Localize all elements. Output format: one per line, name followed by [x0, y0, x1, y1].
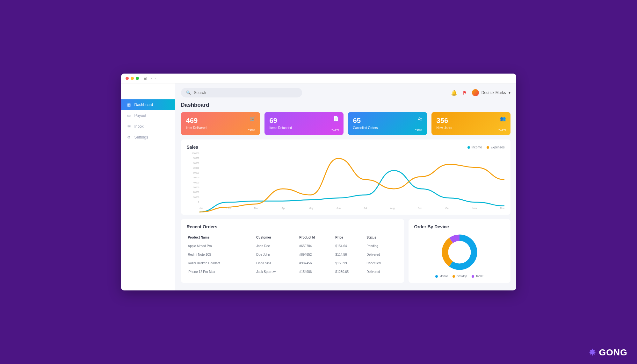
card-value: 69	[270, 117, 338, 125]
th-status: Status	[365, 233, 398, 242]
table-row[interactable]: Razer Kraken Headset Linda Sins #987456 …	[187, 259, 398, 268]
sales-legend: Income Expenses	[467, 146, 505, 149]
app-body: ▦ Dashboard ▭ Payout ✉ Inbox ⚙ Settings …	[121, 83, 516, 290]
sales-chart: 1000009000080000700006000050000400003000…	[187, 152, 505, 210]
card-value: 65	[353, 117, 422, 125]
td-price: $114.56	[334, 250, 365, 259]
sidebar-label: Inbox	[134, 124, 144, 129]
card-label: Item Delivered	[186, 126, 255, 130]
card-delta: +15%	[248, 128, 255, 131]
card-delta: +15%	[415, 128, 422, 131]
search-icon: 🔍	[186, 90, 191, 95]
user-menu[interactable]: Dedrick Marks ▾	[472, 89, 510, 96]
th-product: Product Name	[187, 233, 255, 242]
mail-icon: ✉	[127, 124, 131, 129]
gear-icon: ⚙	[127, 135, 131, 139]
orders-table: Product Name Customer Product Id Price S…	[187, 233, 398, 276]
card-items-refunded[interactable]: 📄 69 Items Refunded +15%	[264, 112, 344, 135]
flag-icon[interactable]: ⚑	[462, 90, 467, 96]
td-customer: Jack Sparrow	[255, 268, 298, 276]
bag-icon: 🛍	[418, 116, 423, 121]
sidebar-item-settings[interactable]: ⚙ Settings	[121, 132, 175, 143]
burst-icon	[588, 348, 597, 357]
th-price: Price	[334, 233, 365, 242]
legend-desktop: Desktop	[452, 275, 467, 278]
td-product: Redmi Note 10S	[187, 250, 255, 259]
td-price: $1250.65	[334, 268, 365, 276]
sales-title: Sales	[187, 145, 199, 150]
topbar-actions: 🔔 ⚑ Dedrick Marks ▾	[451, 89, 510, 96]
nav-arrows: ‹ ›	[151, 76, 156, 81]
table-row[interactable]: Apple Airpod Pro John Doe #659784 $154.6…	[187, 242, 398, 250]
card-value: 469	[186, 117, 255, 125]
window-controls	[126, 77, 139, 80]
card-cancelled-orders[interactable]: 🛍 65 Cancelled Orders +15%	[348, 112, 427, 135]
sidebar-item-dashboard[interactable]: ▦ Dashboard	[121, 99, 175, 110]
table-row[interactable]: iPhone 12 Pro Max Jack Sparrow #154986 $…	[187, 268, 398, 276]
card-delta: +15%	[331, 128, 339, 131]
card-label: Items Refunded	[270, 126, 338, 130]
search-box[interactable]: 🔍	[181, 88, 302, 97]
sidebar-label: Dashboard	[134, 103, 153, 107]
orders-title: Recent Orders	[187, 224, 398, 229]
sidebar-item-payout[interactable]: ▭ Payout	[121, 110, 175, 121]
chevron-down-icon: ▾	[509, 90, 510, 95]
stat-cards: 🛒 469 Item Delivered +15% 📄 69 Items Ref…	[181, 112, 510, 135]
td-status: Delivered	[365, 250, 398, 259]
card-icon: ▭	[127, 113, 131, 118]
device-legend: Mobile Desktop Tablet	[414, 275, 505, 278]
th-pid: Product Id	[298, 233, 334, 242]
td-pid: #894652	[298, 250, 334, 259]
card-item-delivered[interactable]: 🛒 469 Item Delivered +15%	[181, 112, 260, 135]
sidebar-label: Payout	[134, 113, 146, 118]
dashboard-icon: ▦	[127, 103, 131, 107]
card-new-users[interactable]: 👥 356 New Users +15%	[431, 112, 510, 135]
td-status: Delivered	[365, 268, 398, 276]
td-pid: #659784	[298, 242, 334, 250]
td-customer: Doe John	[255, 250, 298, 259]
sidebar: ▦ Dashboard ▭ Payout ✉ Inbox ⚙ Settings	[121, 83, 175, 290]
sidebar-label: Settings	[134, 135, 148, 139]
brand-logo: GONG	[588, 347, 627, 358]
order-by-device-panel: Order By Device Mobile Desktop Tablet	[409, 219, 510, 283]
nav-back-icon[interactable]: ‹	[151, 76, 153, 81]
card-value: 356	[437, 117, 505, 125]
td-product: Razer Kraken Headset	[187, 259, 255, 268]
device-title: Order By Device	[414, 224, 505, 229]
card-delta: +15%	[498, 128, 506, 131]
maximize-window-icon[interactable]	[136, 77, 139, 80]
titlebar: ▣ ‹ ›	[121, 74, 516, 83]
cart-icon: 🛒	[250, 116, 256, 122]
topbar: 🔍 🔔 ⚑ Dedrick Marks ▾	[181, 88, 510, 97]
td-product: Apple Airpod Pro	[187, 242, 255, 250]
sidebar-toggle-icon[interactable]: ▣	[143, 76, 147, 81]
main-content: 🔍 🔔 ⚑ Dedrick Marks ▾ Dashboard	[175, 83, 516, 290]
close-window-icon[interactable]	[126, 77, 129, 80]
td-customer: Linda Sins	[255, 259, 298, 268]
nav-forward-icon[interactable]: ›	[155, 76, 156, 81]
avatar	[472, 89, 479, 96]
td-price: $154.64	[334, 242, 365, 250]
sidebar-item-inbox[interactable]: ✉ Inbox	[121, 121, 175, 132]
bell-icon[interactable]: 🔔	[451, 90, 457, 96]
legend-tablet: Tablet	[472, 275, 483, 278]
sales-panel: Sales Income Expenses 100000900008000070…	[181, 139, 510, 215]
table-row[interactable]: Redmi Note 10S Doe John #894652 $114.56 …	[187, 250, 398, 259]
card-label: Cancelled Orders	[353, 126, 422, 130]
page-title: Dashboard	[181, 102, 510, 108]
td-price: $150.99	[334, 259, 365, 268]
legend-mobile: Mobile	[435, 275, 448, 278]
card-label: New Users	[437, 126, 505, 130]
brand-text: GONG	[599, 347, 627, 358]
recent-orders-panel: Recent Orders Product Name Customer Prod…	[181, 219, 404, 283]
search-input[interactable]	[194, 90, 297, 95]
legend-income: Income	[467, 146, 482, 149]
legend-expenses: Expenses	[487, 146, 505, 149]
td-status: Pending	[365, 242, 398, 250]
device-donut-chart	[440, 233, 479, 271]
user-name: Dedrick Marks	[481, 90, 506, 95]
td-product: iPhone 12 Pro Max	[187, 268, 255, 276]
minimize-window-icon[interactable]	[131, 77, 134, 80]
td-status: Cancelled	[365, 259, 398, 268]
app-window: ▣ ‹ › ▦ Dashboard ▭ Payout ✉ Inbox ⚙ Set…	[121, 74, 516, 290]
